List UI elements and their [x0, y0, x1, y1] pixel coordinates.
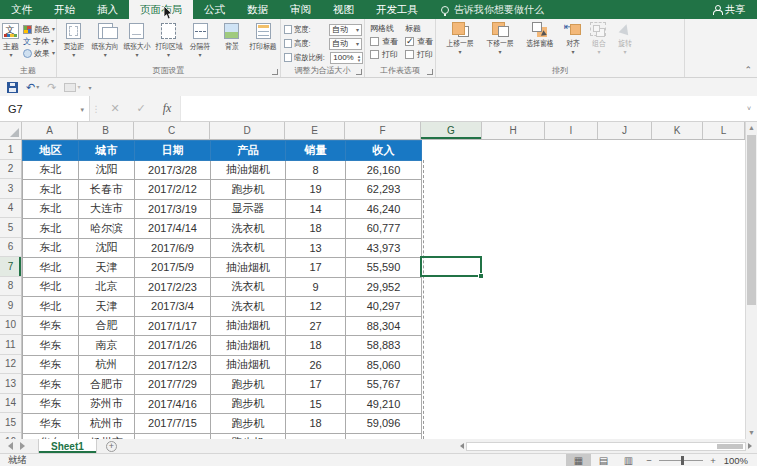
column-header-J[interactable]: J [598, 122, 652, 139]
zoom-level[interactable]: 100% [721, 455, 757, 466]
zoom-slider-thumb[interactable] [681, 456, 684, 465]
sheet-tab-sheet1[interactable]: Sheet1 [38, 439, 97, 453]
cell[interactable]: 27 [286, 316, 346, 336]
button-margins[interactable]: 页边距▾ [58, 19, 90, 65]
button-bring-forward[interactable]: 上移一层▾ [440, 22, 480, 65]
cell[interactable]: 17 [286, 258, 346, 278]
cell[interactable]: 华东 [23, 316, 79, 336]
row-header-10[interactable]: 10 [0, 316, 21, 336]
cell[interactable]: 58,883 [346, 336, 422, 356]
cell[interactable]: 南京 [79, 336, 135, 356]
cell[interactable]: 2017/2/12 [135, 180, 211, 200]
cell[interactable]: 洗衣机 [211, 238, 286, 258]
column-header-C[interactable]: C [134, 122, 210, 139]
cell[interactable]: 华北 [23, 297, 79, 317]
cell[interactable]: 抽油烟机 [211, 258, 286, 278]
button-size[interactable]: 纸张大小▾ [121, 19, 153, 65]
cell[interactable]: 2017/1/26 [135, 336, 211, 356]
cell[interactable]: 2017/3/19 [135, 199, 211, 219]
cell[interactable]: 2017/3/28 [135, 160, 211, 180]
page-break-view-button[interactable]: ▥ [616, 454, 641, 466]
cell[interactable]: 14 [286, 199, 346, 219]
cell[interactable]: 洗衣机 [211, 297, 286, 317]
cell[interactable]: 26,160 [346, 160, 422, 180]
cell[interactable]: 跑步机 [211, 180, 286, 200]
page-layout-view-button[interactable]: ▤ [591, 454, 616, 466]
scroll-right-icon[interactable] [748, 443, 752, 449]
checkbox-查看[interactable]: 查看 [370, 36, 398, 47]
cell[interactable]: 18 [286, 414, 346, 434]
ribbon-tab-2[interactable]: 开始 [43, 0, 86, 19]
ribbon-tab-3[interactable]: 插入 [86, 0, 129, 19]
cell[interactable]: 85,060 [346, 355, 422, 375]
cell[interactable]: 华东 [23, 414, 79, 434]
row-header-3[interactable]: 3 [0, 179, 21, 199]
cell[interactable]: 跑步机 [211, 375, 286, 395]
cell[interactable]: 华东 [23, 394, 79, 414]
cell[interactable]: 18 [286, 219, 346, 239]
select-all-corner[interactable] [0, 122, 22, 139]
cell[interactable]: 哈尔滨 [79, 219, 135, 239]
row-header-4[interactable]: 4 [0, 199, 21, 219]
theme-fonts-button[interactable]: 文字体▾ [22, 35, 56, 47]
column-header-L[interactable]: L [703, 122, 745, 139]
zoom-out-button[interactable]: − [641, 455, 657, 466]
button-print-area[interactable]: 打印区域▾ [153, 19, 185, 65]
column-header-F[interactable]: F [345, 122, 421, 139]
header-cell[interactable]: 地区 [23, 141, 79, 161]
row-header-12[interactable]: 12 [0, 355, 21, 375]
zoom-slider[interactable] [659, 460, 703, 461]
cell[interactable]: 15 [286, 394, 346, 414]
cell[interactable]: 18 [286, 336, 346, 356]
cell[interactable]: 46,240 [346, 199, 422, 219]
ribbon-tab-7[interactable]: 审阅 [279, 0, 322, 19]
cell[interactable]: 12 [286, 297, 346, 317]
normal-view-button[interactable]: ▦ [566, 454, 591, 466]
column-header-H[interactable]: H [482, 122, 545, 139]
row-header-2[interactable]: 2 [0, 160, 21, 180]
button-breaks[interactable]: 分隔符▾ [184, 19, 216, 65]
column-header-E[interactable]: E [285, 122, 345, 139]
cell[interactable]: 2017/7/29 [135, 375, 211, 395]
header-cell[interactable]: 销量 [286, 141, 346, 161]
cell[interactable]: 合肥市 [79, 375, 135, 395]
cell[interactable]: 抽油烟机 [211, 355, 286, 375]
header-cell[interactable]: 产品 [211, 141, 286, 161]
cell[interactable]: 29,952 [346, 277, 422, 297]
button-print-titles[interactable]: 打印标题 [247, 19, 279, 65]
horizontal-scroll-track[interactable] [466, 442, 746, 451]
dialog-launcher-icon[interactable] [427, 69, 433, 75]
column-header-K[interactable]: K [652, 122, 703, 139]
cell[interactable]: 62,293 [346, 180, 422, 200]
cell[interactable]: 东北 [23, 219, 79, 239]
cell[interactable]: 26 [286, 355, 346, 375]
scroll-down-icon[interactable]: ▼ [746, 428, 757, 438]
row-header-6[interactable]: 6 [0, 238, 21, 258]
cell[interactable]: 显示器 [211, 199, 286, 219]
button-selection-pane[interactable]: 选择窗格 [520, 22, 560, 65]
vertical-scrollbar[interactable]: ▲ ▼ [745, 122, 757, 439]
button-send-backward[interactable]: 下移一层▾ [480, 22, 520, 65]
button-align[interactable]: 对齐▾ [560, 22, 586, 65]
cell[interactable]: 华东 [23, 336, 79, 356]
previous-sheet-icon[interactable] [8, 442, 13, 450]
cell[interactable]: 洗衣机 [211, 277, 286, 297]
dialog-launcher-icon[interactable] [272, 69, 278, 75]
cell[interactable]: 60,777 [346, 219, 422, 239]
cell[interactable]: 杭州市 [79, 414, 135, 434]
checkbox-打印[interactable]: 打印 [370, 49, 398, 60]
cell[interactable]: 沈阳 [79, 238, 135, 258]
row-header-7[interactable]: 7 [0, 257, 21, 277]
share-button[interactable]: 共享 [713, 0, 757, 19]
ribbon-tab-1[interactable]: 文件 [0, 0, 43, 19]
undo-button[interactable]: ↶▾ [26, 82, 39, 93]
width-field[interactable]: 自动▾ [329, 24, 362, 36]
row-header-1[interactable]: 1 [0, 140, 21, 160]
checkbox-查看[interactable]: 查看 [405, 36, 433, 47]
cell[interactable]: 东北 [23, 238, 79, 258]
cell[interactable]: 苏州市 [79, 394, 135, 414]
cell[interactable]: 9 [286, 277, 346, 297]
cell[interactable]: 跑步机 [211, 394, 286, 414]
column-header-G[interactable]: G [421, 122, 482, 139]
save-button[interactable] [7, 82, 18, 93]
